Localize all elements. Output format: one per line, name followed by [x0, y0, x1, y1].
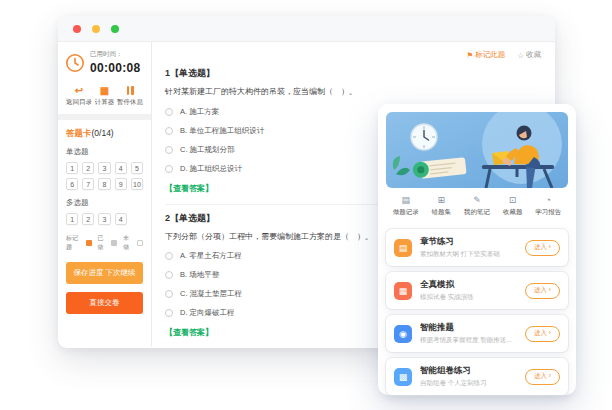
submit-paper-button[interactable]: 直接交卷 — [66, 292, 143, 314]
exam-sidebar: 已用时间： 00:00:08 ↩ 返回目录 ▦ 计算器 — [58, 42, 151, 347]
list-item-chapter-practice[interactable]: ▤ 章节练习 紧扣教材大纲 打下坚实基础 进入 › — [386, 229, 568, 266]
question-number-cell[interactable]: 1 — [66, 162, 78, 174]
radio-icon[interactable] — [165, 127, 173, 135]
menu-item-favorites[interactable]: ⊡ 收藏题 — [496, 195, 529, 217]
radio-icon[interactable] — [165, 309, 173, 317]
enter-button[interactable]: 进入 › — [525, 369, 560, 385]
timer-value: 00:00:08 — [90, 61, 140, 75]
radio-icon[interactable] — [165, 252, 173, 260]
calculator-button[interactable]: ▦ 计算器 — [95, 85, 115, 107]
multi-choice-section-label: 多选题 — [66, 198, 143, 208]
clock-icon — [65, 53, 85, 73]
list-item-full-simulation[interactable]: ▦ 全真模拟 模拟试卷 实战演练 进入 › — [386, 272, 568, 309]
question-number-cell[interactable]: 3 — [98, 162, 110, 174]
question-number-cell[interactable]: 4 — [115, 162, 127, 174]
star-icon: ☆ — [517, 51, 524, 60]
menu-item-notes[interactable]: ✎ 我的笔记 — [460, 195, 493, 217]
question-number-cell[interactable]: 1 — [66, 213, 78, 225]
full-simulation-icon: ▦ — [394, 282, 412, 300]
question-number-cell[interactable]: 3 — [98, 213, 110, 225]
window-titlebar — [58, 16, 555, 42]
smart-paper-icon: ▩ — [394, 368, 412, 386]
smart-push-icon: ◉ — [394, 325, 412, 343]
question-number-cell[interactable]: 2 — [82, 162, 94, 174]
legend-done-swatch — [111, 240, 117, 246]
question-number-cell[interactable]: 10 — [131, 178, 143, 190]
timer-label: 已用时间： — [90, 50, 140, 59]
answer-card-title: 答题卡 — [66, 128, 92, 138]
page: 已用时间： 00:00:08 ↩ 返回目录 ▦ 计算器 — [0, 0, 612, 410]
legend-undone-swatch — [137, 240, 143, 246]
question-number-cell[interactable]: 9 — [115, 178, 127, 190]
radio-icon[interactable] — [165, 165, 173, 173]
save-progress-button[interactable]: 保存进度 下次继续 — [66, 262, 143, 284]
list-item-smart-paper-practice[interactable]: ▩ 智能组卷练习 自助组卷 个人定制练习 进入 › — [386, 358, 568, 395]
traffic-light-close[interactable] — [73, 25, 81, 33]
answer-card: 答题卡(0/14) 单选题 1 2 3 4 5 6 7 8 9 10 — [58, 120, 151, 347]
practice-menu: ▤ 做题记录 ⊞ 错题集 ✎ 我的笔记 ⊡ 收藏题 ◔ 学习报告 — [386, 188, 568, 223]
enter-button[interactable]: 进入 › — [525, 283, 560, 299]
answer-card-progress: (0/14) — [92, 128, 114, 138]
wrong-set-icon: ⊞ — [425, 195, 458, 206]
question-number-cell[interactable]: 8 — [98, 178, 110, 190]
traffic-light-zoom[interactable] — [111, 25, 119, 33]
question-title: 1【单选题】 — [165, 67, 541, 80]
multi-choice-number-grid: 1 2 3 4 — [66, 213, 143, 225]
question-number-cell[interactable]: 4 — [115, 213, 127, 225]
question-number-cell[interactable]: 5 — [131, 162, 143, 174]
legend-marked-swatch — [86, 240, 92, 246]
back-to-catalog-button[interactable]: ↩ 返回目录 — [66, 85, 92, 107]
radio-icon[interactable] — [165, 146, 173, 154]
enter-button[interactable]: 进入 › — [525, 240, 560, 256]
single-choice-section-label: 单选题 — [66, 147, 143, 157]
legend: 标记题 已做 未做 — [66, 234, 143, 252]
question-text: 针对某新建工厂的特大构件的吊装，应当编制（ ）。 — [165, 86, 541, 98]
menu-item-report[interactable]: ◔ 学习报告 — [532, 195, 565, 217]
calculator-icon: ▦ — [100, 85, 109, 96]
chapter-practice-icon: ▤ — [394, 239, 412, 257]
mark-question-button[interactable]: ⚑标记此题 — [467, 50, 506, 60]
radio-icon[interactable] — [165, 108, 173, 116]
menu-item-wrong-set[interactable]: ⊞ 错题集 — [425, 195, 458, 217]
timer-tools-block: 已用时间： 00:00:08 ↩ 返回目录 ▦ 计算器 — [58, 42, 151, 114]
traffic-light-minimize[interactable] — [92, 25, 100, 33]
pause-rest-button[interactable]: 暂停休息 — [117, 85, 143, 107]
question-number-cell[interactable]: 2 — [82, 213, 94, 225]
list-item-smart-push[interactable]: ◉ 智能推题 根据考情及掌握程度 智能推送... 进入 › — [386, 315, 568, 352]
back-icon: ↩ — [75, 85, 83, 96]
pause-icon — [127, 85, 134, 96]
timer: 已用时间： 00:00:08 — [65, 50, 144, 75]
favorites-icon: ⊡ — [496, 195, 529, 206]
favorite-question-button[interactable]: ☆收藏 — [517, 50, 541, 60]
notes-icon: ✎ — [460, 195, 493, 206]
radio-icon[interactable] — [165, 290, 173, 298]
practice-card: ▤ 做题记录 ⊞ 错题集 ✎ 我的笔记 ⊡ 收藏题 ◔ 学习报告 ▤ — [378, 104, 576, 395]
single-choice-number-grid: 1 2 3 4 5 6 7 8 9 10 — [66, 162, 143, 190]
question-number-cell[interactable]: 6 — [66, 178, 78, 190]
flag-icon: ⚑ — [467, 51, 474, 60]
record-icon: ▤ — [389, 195, 422, 206]
enter-button[interactable]: 进入 › — [525, 326, 560, 342]
study-illustration — [386, 112, 568, 188]
question-number-cell[interactable]: 7 — [82, 178, 94, 190]
radio-icon[interactable] — [165, 271, 173, 279]
report-icon: ◔ — [532, 195, 565, 206]
menu-item-record[interactable]: ▤ 做题记录 — [389, 195, 422, 217]
